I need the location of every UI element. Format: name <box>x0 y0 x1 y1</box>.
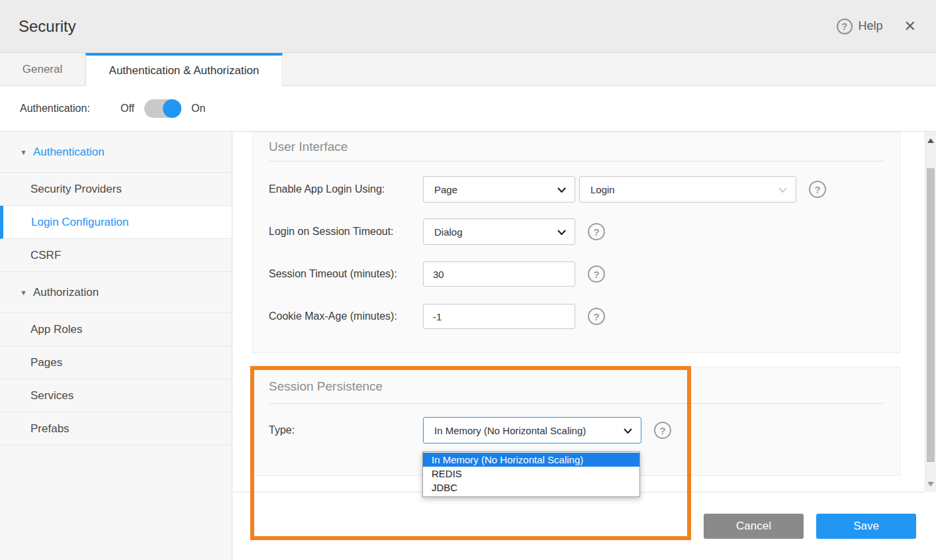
field-label: Type: <box>269 424 423 436</box>
help-question-icon: ? <box>837 19 853 34</box>
sidebar-item-label: Prefabs <box>30 422 70 436</box>
select-value: Page <box>434 184 457 195</box>
select-value: Dialog <box>434 226 463 238</box>
form-row: Enable App Login Using: Page Login ? <box>269 176 884 203</box>
chevron-down-icon <box>778 187 787 193</box>
cancel-button[interactable]: Cancel <box>704 514 804 539</box>
chevron-down-icon <box>624 428 632 434</box>
enable-app-login-select[interactable]: Page <box>423 176 575 203</box>
scrollbar-up-arrow-icon[interactable] <box>927 138 934 143</box>
titlebar-actions: ? Help ✕ <box>837 19 916 34</box>
field-help-icon[interactable]: ? <box>588 265 605 283</box>
chevron-down-icon <box>557 230 566 235</box>
tab-authentication-authorization[interactable]: Authentication & Authorization <box>85 53 283 86</box>
tab-general[interactable]: General <box>0 53 85 85</box>
field-help-icon[interactable]: ? <box>588 308 605 325</box>
tab-bar: General Authentication & Authorization <box>0 53 936 86</box>
sidebar-item-label: CSRF <box>30 249 61 262</box>
chevron-down-icon <box>557 187 566 193</box>
sidebar-item-app-roles[interactable]: App Roles <box>0 313 232 346</box>
section-title: User Interface <box>253 132 900 154</box>
triangle-down-icon: ▼ <box>20 289 27 297</box>
cookie-max-age-input[interactable] <box>423 304 575 329</box>
vertical-scrollbar[interactable] <box>925 132 936 492</box>
authentication-label: Authentication: <box>20 103 120 115</box>
form-row: Cookie Max-Age (minutes): ? <box>269 303 884 330</box>
login-page-select[interactable]: Login <box>579 176 796 203</box>
dropdown-option-jdbc[interactable]: JDBC <box>423 481 639 494</box>
session-persistence-type-select[interactable]: In Memory (No Horizontal Scaling) <box>423 417 641 443</box>
authentication-toggle-row: Authentication: Off On <box>0 86 936 131</box>
close-icon[interactable]: ✕ <box>904 19 916 34</box>
toggle-on-label: On <box>191 103 205 115</box>
sidebar-item-security-providers[interactable]: Security Providers <box>0 173 232 206</box>
page-title: Security <box>19 17 76 36</box>
sidebar-item-label: Login Configuration <box>31 216 128 229</box>
field-help-icon[interactable]: ? <box>654 422 671 439</box>
sidebar-item-pages[interactable]: Pages <box>0 346 232 379</box>
field-label: Enable App Login Using: <box>269 183 423 195</box>
user-interface-section: User Interface Enable App Login Using: P… <box>252 132 900 353</box>
sidebar-item-label: Security Providers <box>30 183 122 196</box>
field-label: Session Timeout (minutes): <box>269 268 423 280</box>
sidebar-item-label: App Roles <box>30 323 82 336</box>
session-timeout-input[interactable] <box>423 261 575 287</box>
sidebar-item-authorization[interactable]: ▼ Authorization <box>0 272 232 313</box>
dropdown-option-in-memory[interactable]: In Memory (No Horizontal Scaling) <box>423 453 639 467</box>
sidebar-item-services[interactable]: Services <box>0 379 232 412</box>
field-label: Login on Session Timeout: <box>269 226 423 238</box>
form-row: Type: In Memory (No Horizontal Scaling) … <box>269 417 884 443</box>
field-help-icon[interactable]: ? <box>809 181 826 198</box>
session-persistence-type-dropdown: In Memory (No Horizontal Scaling) REDIS … <box>422 451 640 497</box>
sidebar-item-authentication[interactable]: ▼ Authentication <box>0 132 232 173</box>
form-row: Login on Session Timeout: Dialog ? <box>269 218 884 245</box>
security-dialog: Security ? Help ✕ General Authentication… <box>0 0 936 560</box>
dialog-body: ▼ Authentication Security Providers Logi… <box>0 131 936 560</box>
help-label: Help <box>859 19 883 33</box>
sidebar-item-csrf[interactable]: CSRF <box>0 239 232 272</box>
sidebar-item-label: Services <box>30 389 73 402</box>
footer: Cancel Save <box>232 492 925 560</box>
help-button[interactable]: ? Help <box>837 19 883 34</box>
field-label: Cookie Max-Age (minutes): <box>269 310 423 322</box>
save-button[interactable]: Save <box>816 514 916 539</box>
field-help-icon[interactable]: ? <box>588 223 605 240</box>
toggle-off-label: Off <box>120 103 134 115</box>
sidebar-item-label: Pages <box>30 356 62 369</box>
sidebar: ▼ Authentication Security Providers Logi… <box>0 132 232 560</box>
sidebar-item-label: Authorization <box>33 286 99 299</box>
select-value: In Memory (No Horizontal Scaling) <box>434 425 586 436</box>
authentication-switch[interactable] <box>144 99 181 118</box>
sidebar-item-login-configuration[interactable]: Login Configuration <box>0 206 232 239</box>
dropdown-option-redis[interactable]: REDIS <box>423 467 639 481</box>
switch-knob-icon <box>163 99 181 118</box>
section-title: Session Persistence <box>253 367 900 394</box>
titlebar: Security ? Help ✕ <box>0 0 936 53</box>
scrollbar-thumb[interactable] <box>927 168 935 462</box>
sidebar-item-prefabs[interactable]: Prefabs <box>0 412 232 445</box>
form-row: Session Timeout (minutes): ? <box>269 261 884 287</box>
scrollbar-down-arrow-icon[interactable] <box>927 482 934 487</box>
sidebar-item-label: Authentication <box>33 146 105 159</box>
triangle-down-icon: ▼ <box>20 148 27 156</box>
login-on-session-timeout-select[interactable]: Dialog <box>423 218 575 245</box>
select-value: Login <box>590 184 615 195</box>
content-panel: User Interface Enable App Login Using: P… <box>232 132 925 560</box>
